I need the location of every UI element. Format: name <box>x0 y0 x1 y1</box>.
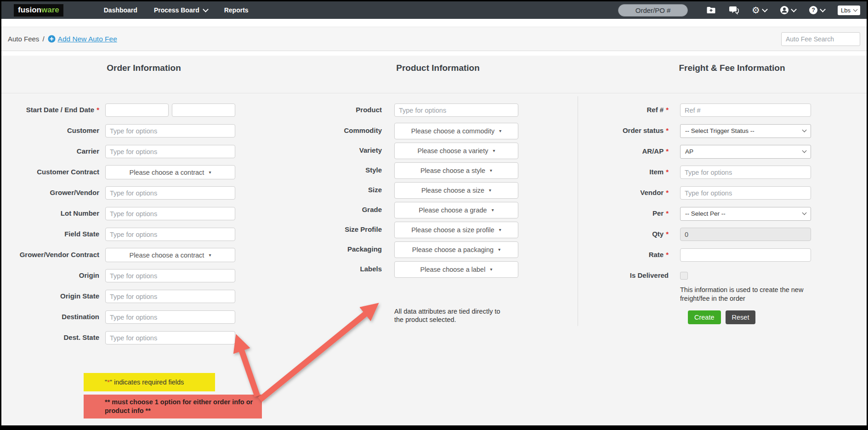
form-row: Ref #* <box>590 103 811 117</box>
product-note: All data attributes are tied directly to… <box>394 307 507 324</box>
dest-state-input[interactable] <box>105 331 235 344</box>
form-actions: Create Reset <box>688 310 755 324</box>
form-row: Rate* <box>590 248 811 262</box>
size-dropdown[interactable]: Please choose a size▾ <box>394 182 518 199</box>
commodity-dropdown[interactable]: Please choose a commodity▾ <box>394 123 518 139</box>
carrier-label: Carrier <box>7 148 99 155</box>
form-row: Variety Please choose a variety▾ <box>259 144 518 157</box>
order-status-select[interactable]: -- Select Trigger Status -- <box>680 124 811 138</box>
origin-state-label: Origin State <box>7 292 99 300</box>
nav-process-board[interactable]: Process Board <box>154 6 208 14</box>
form-row: Commodity Please choose a commodity▾ <box>259 124 518 138</box>
qty-input[interactable] <box>680 228 811 241</box>
header-divider <box>1 93 867 93</box>
labels-label: Labels <box>259 265 382 273</box>
vendor-input[interactable] <box>680 186 811 200</box>
grower-vendor-contract-label: Grower/Vendor Contract <box>7 251 99 259</box>
form-row: Qty* <box>590 228 811 241</box>
lot-number-input[interactable] <box>105 207 235 220</box>
start-date-input[interactable] <box>105 103 169 117</box>
nav-dashboard[interactable]: Dashboard <box>104 6 137 14</box>
form-row: Customer <box>7 124 235 138</box>
chevron-down-icon <box>820 6 826 12</box>
origin-input[interactable] <box>105 269 235 282</box>
per-select[interactable]: -- Select Per -- <box>680 207 811 221</box>
customer-input[interactable] <box>105 124 235 138</box>
breadcrumb-section: Auto Fees <box>8 35 39 43</box>
grower-vendor-label: Grower/Vendor <box>7 189 99 197</box>
add-new-auto-fee-link[interactable]: Add New Auto Fee <box>48 35 117 43</box>
carrier-input[interactable] <box>105 145 235 158</box>
field-state-input[interactable] <box>105 228 235 241</box>
caret-down-icon: ▾ <box>493 148 495 153</box>
is-delivered-checkbox[interactable] <box>680 272 688 280</box>
order-po-input[interactable]: Order/PO # <box>618 4 688 17</box>
form-row: Size Profile Please choose a size profil… <box>259 223 518 236</box>
chevron-down-icon <box>791 6 797 12</box>
required-asterisk: * <box>666 147 669 155</box>
help-icon[interactable]: ? <box>809 6 825 15</box>
rate-label: Rate* <box>590 251 669 259</box>
grower-vendor-input[interactable] <box>105 186 235 200</box>
gear-icon[interactable]: ⚙ <box>752 6 767 15</box>
unit-select[interactable]: Lbs <box>838 6 860 15</box>
customer-label: Customer <box>7 127 99 135</box>
form-row: Grade Please choose a grade▾ <box>259 203 518 217</box>
customer-contract-label: Customer Contract <box>7 168 99 176</box>
product-label: Product <box>259 106 382 114</box>
product-information-column: Product Commodity Please choose a commod… <box>259 103 518 282</box>
create-button[interactable]: Create <box>688 310 721 324</box>
ref-label: Ref #* <box>590 106 669 114</box>
nav-reports[interactable]: Reports <box>224 6 249 14</box>
form-row: AR/AP* AP <box>590 145 811 158</box>
arrow-to-dest-state <box>240 347 257 396</box>
required-fields-note: "*" indicates required fields <box>84 373 215 391</box>
item-input[interactable] <box>680 166 811 179</box>
ar-ap-label: AR/AP* <box>590 148 669 155</box>
required-asterisk: * <box>666 106 669 114</box>
dest-state-label: Dest. State <box>7 334 99 342</box>
end-date-input[interactable] <box>172 103 235 117</box>
form-row: Carrier <box>7 145 235 158</box>
auto-fee-search-input[interactable] <box>781 32 860 46</box>
chevron-down-icon <box>853 7 858 11</box>
grade-dropdown[interactable]: Please choose a grade▾ <box>394 202 518 218</box>
destination-label: Destination <box>7 313 99 321</box>
product-information-title: Product Information <box>286 63 590 73</box>
labels-dropdown[interactable]: Please choose a label▾ <box>394 261 518 278</box>
spacer-band <box>1 19 867 27</box>
freight-fee-column: Ref #* Order status* -- Select Trigger S… <box>590 103 811 290</box>
style-dropdown[interactable]: Please choose a style▾ <box>394 162 518 179</box>
origin-label: Origin <box>7 272 99 280</box>
origin-state-input[interactable] <box>105 290 235 303</box>
reset-button[interactable]: Reset <box>726 310 756 324</box>
destination-input[interactable] <box>105 310 235 324</box>
grade-label: Grade <box>259 206 382 214</box>
form-row: Origin State <box>7 290 235 303</box>
caret-down-icon: ▾ <box>499 227 501 232</box>
column-divider <box>578 96 578 326</box>
arrow-to-labels <box>260 311 369 400</box>
folder-plus-icon[interactable] <box>706 6 716 15</box>
rate-input[interactable] <box>680 248 811 262</box>
chat-icon[interactable] <box>729 6 739 15</box>
packaging-dropdown[interactable]: Please choose a packaging▾ <box>394 241 518 258</box>
required-asterisk: * <box>666 209 669 217</box>
ref-input[interactable] <box>680 103 811 117</box>
size-profile-dropdown[interactable]: Please choose a size profile▾ <box>394 222 518 238</box>
customer-contract-dropdown[interactable]: Please choose a contract▾ <box>105 165 235 179</box>
variety-dropdown[interactable]: Please choose a variety▾ <box>394 143 518 159</box>
top-navbar: fusionware Dashboard Process Board Repor… <box>1 1 867 19</box>
field-state-label: Field State <box>7 230 99 238</box>
user-icon[interactable] <box>780 6 796 15</box>
packaging-label: Packaging <box>259 246 382 253</box>
grower-vendor-contract-dropdown[interactable]: Please choose a contract▾ <box>105 248 235 262</box>
fusionware-logo[interactable]: fusionware <box>14 4 63 17</box>
ar-ap-select[interactable]: AP <box>680 145 811 159</box>
qty-label: Qty* <box>590 230 669 238</box>
form-row: Size Please choose a size▾ <box>259 183 518 197</box>
product-input[interactable] <box>394 103 518 117</box>
form-row: Labels Please choose a label▾ <box>259 263 518 276</box>
logo-text-fusion: fusion <box>18 6 41 14</box>
chevron-down-icon <box>802 128 807 132</box>
